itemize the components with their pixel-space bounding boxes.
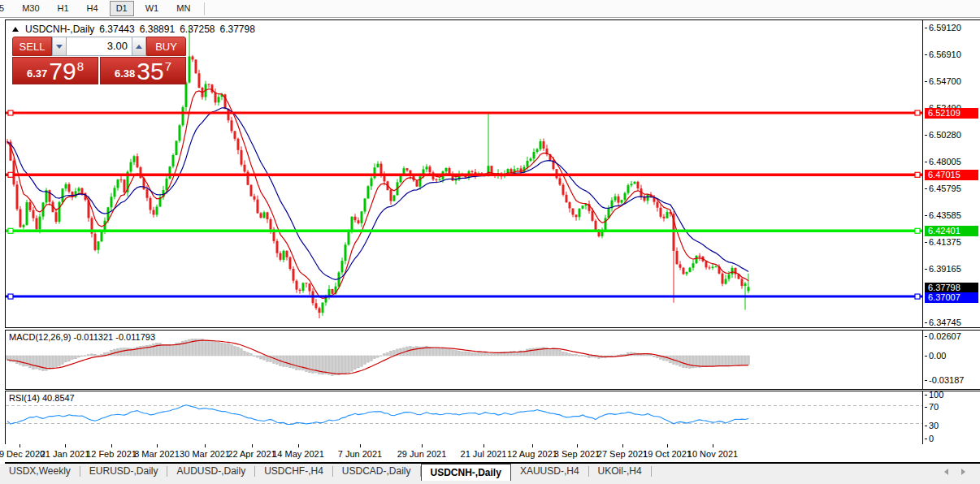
date-label[interactable]: 12 Aug 2021 [507, 449, 557, 459]
price-tick: 6.50280 [929, 130, 961, 140]
price-label: 6.37007 [925, 292, 978, 303]
date-tick-mark [157, 444, 158, 447]
price-tick: 6.56910 [929, 50, 961, 59]
date-label[interactable]: 27 Sep 2021 [597, 449, 648, 459]
chart-tab-usdx-weekly[interactable]: USDX,Weekly [0, 464, 80, 479]
rsi-axis: 10070300 [922, 391, 980, 445]
macd-label: MACD(12,26,9) -0.011321 -0.011793 [9, 332, 155, 342]
date-tick-mark [713, 444, 713, 447]
price-tick: 6.39165 [929, 264, 961, 274]
date-tick-mark [20, 444, 20, 447]
price-axis[interactable]: 6.591206.569106.547006.524906.502806.480… [922, 20, 980, 327]
chart-tab-bar: USDX,WeeklyEURUSD-,DailyAUDUSD-,DailyUSD… [0, 464, 980, 484]
price-tick: 6.59120 [929, 23, 961, 32]
sell-price-pip: 8 [77, 59, 84, 73]
price-label: 6.47015 [925, 170, 978, 180]
sell-price-prefix: 6.37 [27, 67, 47, 80]
timeframe-toolbar: 5M30H1H4D1W1MN [0, 0, 980, 18]
date-tick-mark [422, 444, 423, 447]
date-tick-mark [111, 444, 112, 447]
rsi-panel[interactable]: RSI(14) 40.8547 10070300 [5, 391, 980, 446]
date-label[interactable]: 30 Mar 2021 [180, 449, 230, 459]
chart-tab-eurusd-daily[interactable]: EURUSD-,Daily [80, 464, 167, 479]
timeframe-button-d1[interactable]: D1 [110, 1, 134, 16]
date-tick-mark [360, 444, 361, 447]
date-tick-mark [205, 444, 206, 447]
buy-price-display[interactable]: 6.38 35 7 [100, 57, 186, 84]
ohlc-high: 6.38891 [140, 24, 175, 35]
date-axis[interactable]: 29 Dec 202021 Jan 202112 Feb 20218 Mar 2… [5, 444, 980, 464]
chart-tab-ukoil-h4[interactable]: UKOil-,H4 [589, 464, 651, 479]
date-label[interactable]: 7 Jun 2021 [338, 449, 382, 459]
ohlc-low: 6.37258 [180, 24, 215, 35]
buy-price-pip: 7 [165, 59, 171, 73]
rsi-plot [6, 391, 922, 443]
rsi-axis-tick: 100 [929, 390, 943, 400]
trade-panel-collapse-icon[interactable] [12, 27, 19, 32]
main-chart-panel[interactable]: USDCNH-,Daily 6.37443 6.38891 6.37258 6.… [5, 19, 980, 328]
buy-price-prefix: 6.38 [115, 67, 135, 80]
macd-axis: 0.026070.00-0.03187 [922, 331, 980, 389]
tab-scroll-right-icon[interactable] [961, 469, 965, 475]
chart-tab-usdcad-daily[interactable]: USDCAD-,Daily [333, 464, 420, 479]
ohlc-close: 6.37798 [220, 24, 255, 35]
date-label[interactable]: 19 Oct 2021 [643, 449, 692, 459]
timeframe-button-5[interactable]: 5 [0, 1, 11, 16]
buy-button[interactable]: BUY [146, 37, 186, 56]
date-label[interactable]: 12 Feb 2021 [86, 449, 137, 459]
date-tick-mark [298, 444, 299, 447]
tab-separator [651, 466, 652, 477]
date-label[interactable]: 21 Jan 2021 [41, 449, 90, 459]
timeframe-button-h4[interactable]: H4 [80, 1, 105, 16]
volume-decrease-button[interactable] [52, 37, 67, 56]
timeframe-button-h1[interactable]: H1 [51, 1, 76, 16]
chevron-up-icon [136, 45, 142, 49]
chart-tab-usdchf-h4[interactable]: USDCHF-,H4 [255, 464, 332, 479]
price-tick: 6.54700 [929, 76, 961, 86]
macd-panel[interactable]: MACD(12,26,9) -0.011321 -0.011793 0.0260… [5, 330, 980, 390]
ohlc-open: 6.37443 [99, 24, 134, 35]
chevron-down-icon [56, 45, 63, 49]
chart-tab-xauusd-h4[interactable]: XAUUSD-,H4 [511, 464, 588, 479]
chart-title: USDCNH-,Daily 6.37443 6.38891 6.37258 6.… [12, 24, 255, 35]
date-label[interactable]: 8 Mar 2021 [134, 449, 180, 459]
timeframe-button-m30[interactable]: M30 [15, 1, 46, 16]
date-tick-mark [483, 444, 484, 447]
date-tick-mark [252, 444, 253, 447]
price-label: 6.52109 [925, 108, 978, 119]
chart-tab-usdcnh-daily[interactable]: USDCNH-,Daily [421, 464, 511, 481]
date-tick-mark [577, 444, 578, 447]
date-tick-mark [667, 444, 668, 447]
timeframe-button-w1[interactable]: W1 [139, 1, 166, 16]
rsi-value: 40.8547 [42, 393, 75, 403]
date-tick-mark [532, 444, 533, 447]
date-label[interactable]: 22 Apr 2021 [228, 449, 275, 459]
date-label[interactable]: 29 Jun 2021 [397, 449, 447, 459]
rsi-axis-tick: 30 [929, 421, 939, 430]
rsi-axis-tick: 0 [929, 434, 934, 443]
mt4-window: 5M30H1H4D1W1MN USDCNH-,Daily 6.37443 6.3… [0, 0, 980, 484]
sell-button[interactable]: SELL [12, 37, 52, 56]
toolbar-separator [204, 2, 205, 15]
macd-signal-value: -0.011793 [115, 332, 155, 342]
chart-symbol-period: USDCNH-,Daily [25, 24, 94, 35]
date-label[interactable]: 10 Nov 2021 [687, 449, 738, 459]
macd-axis-tick: -0.03187 [929, 375, 964, 385]
date-tick-mark [622, 444, 623, 447]
timeframe-button-mn[interactable]: MN [170, 1, 197, 16]
date-label[interactable]: 21 Jul 2021 [461, 449, 507, 459]
tab-scroll-left-icon[interactable] [944, 469, 948, 475]
chart-tab-audusd-daily[interactable]: AUDUSD-,Daily [167, 464, 254, 479]
volume-increase-button[interactable] [132, 37, 146, 56]
price-tick: 6.41375 [929, 237, 961, 247]
price-tick: 6.43585 [929, 210, 961, 220]
date-tick-mark [65, 444, 66, 447]
date-label[interactable]: 3 Sep 2021 [554, 449, 600, 459]
volume-input[interactable]: 3.00 [67, 37, 132, 56]
date-label[interactable]: 14 May 2021 [272, 449, 324, 459]
sell-price-display[interactable]: 6.37 79 8 [12, 57, 98, 84]
buy-price-big: 35 [137, 60, 163, 83]
date-label[interactable]: 29 Dec 2020 [0, 449, 45, 459]
price-tick: 6.48005 [929, 157, 961, 166]
price-label: 6.42401 [925, 226, 978, 236]
